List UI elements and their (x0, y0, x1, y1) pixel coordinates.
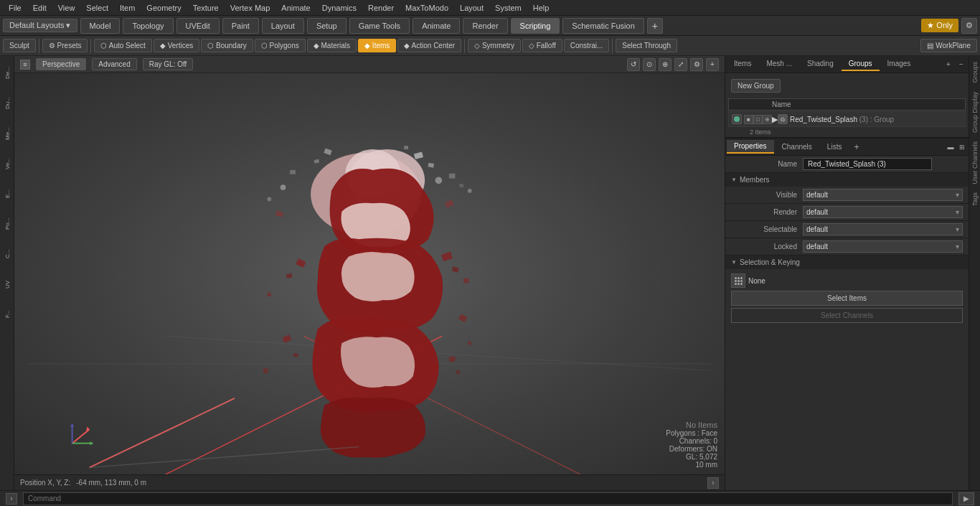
group-ctrl-2[interactable]: □ (753, 115, 763, 124)
group-visibility-toggle[interactable] (732, 114, 742, 124)
sidebar-item-ve[interactable]: Ve... (1, 149, 13, 178)
layout-tab-setup[interactable]: Setup (307, 18, 347, 34)
layout-tab-uvedit[interactable]: UVEdit (176, 18, 220, 34)
prop-tab-channels[interactable]: Channels (775, 141, 819, 153)
viewport-tab-advanced[interactable]: Advanced (92, 58, 136, 70)
group-item-row[interactable]: ■ □ ⊕ ▶ G Red_Twisted_Splash (3) : Group (728, 111, 966, 127)
sidebar-item-de[interactable]: De... (1, 59, 13, 88)
prop-panel-maximize[interactable]: ⊞ (957, 142, 967, 152)
viewport-menu-btn[interactable]: ≡ (20, 60, 30, 70)
panel-tab-mesh[interactable]: Mesh ... (759, 57, 799, 71)
sidebar-item-c[interactable]: C... (1, 240, 13, 268)
presets-button[interactable]: ⚙ Presets (42, 39, 88, 52)
right-vtab-groups[interactable]: Groups (970, 57, 980, 88)
viewport-icon-reset[interactable]: ⊙ (643, 58, 656, 71)
vertices-button[interactable]: ◆ Vertices (154, 39, 199, 52)
right-vtab-groupdisplay[interactable]: Group Display (970, 88, 980, 137)
panel-expand-icon[interactable]: + (943, 59, 954, 70)
prop-tab-lists[interactable]: Lists (820, 141, 849, 153)
layout-tab-scripting[interactable]: Scripting (511, 18, 560, 34)
panel-tab-images[interactable]: Images (880, 57, 918, 71)
select-items-button[interactable]: Select Items (731, 291, 963, 306)
menu-file[interactable]: File (3, 2, 27, 14)
menu-view[interactable]: View (52, 2, 81, 14)
menu-select[interactable]: Select (80, 2, 114, 14)
selectable-select[interactable]: default ▾ (803, 223, 963, 235)
layout-tab-gametools[interactable]: Game Tools (349, 18, 410, 34)
prop-panel-minimize[interactable]: ▬ (946, 142, 956, 152)
bottom-expand-btn[interactable]: › (6, 493, 17, 505)
menu-animate[interactable]: Animate (275, 2, 316, 14)
viewport-tab-perspective[interactable]: Perspective (36, 58, 86, 70)
group-ctrl-1[interactable]: ■ (744, 115, 753, 124)
sidebar-item-me[interactable]: Me... (1, 119, 13, 148)
viewport-icon-rotate[interactable]: ↺ (627, 58, 640, 71)
visible-select[interactable]: default ▾ (803, 189, 963, 201)
layout-tab-schematic[interactable]: Schematic Fusion (562, 18, 644, 34)
sidebar-item-du[interactable]: Du... (1, 89, 13, 118)
group-ctrl-3[interactable]: ⊕ (763, 115, 772, 124)
boundary-button[interactable]: ⬡ Boundary (201, 39, 253, 52)
layout-tab-render[interactable]: Render (463, 18, 507, 34)
members-section-header[interactable]: ▼ Members (725, 173, 969, 187)
falloff-button[interactable]: ◇ Falloff (522, 39, 562, 52)
menu-texture[interactable]: Texture (187, 2, 225, 14)
menu-geometry[interactable]: Geometry (141, 2, 187, 14)
sidebar-item-uv[interactable]: UV (1, 270, 13, 299)
menu-render[interactable]: Render (362, 2, 400, 14)
auto-select-button[interactable]: ⬡ Auto Select (94, 39, 151, 52)
sidebar-item-po[interactable]: Po... (1, 210, 13, 238)
render-select[interactable]: default ▾ (803, 206, 963, 218)
selection-keying-header[interactable]: ▼ Selection & Keying (725, 256, 969, 269)
symmetry-button[interactable]: ◇ Symmetry (468, 39, 521, 52)
viewport-expand-btn[interactable]: › (707, 477, 719, 489)
prop-tab-properties[interactable]: Properties (727, 140, 774, 154)
layout-tab-paint[interactable]: Paint (222, 18, 259, 34)
items-button[interactable]: ◆ Items (358, 39, 396, 52)
menu-edit[interactable]: Edit (27, 2, 52, 14)
menu-item[interactable]: Item (114, 2, 141, 14)
polygons-button[interactable]: ⬡ Polygons (255, 39, 306, 52)
menu-vertex-map[interactable]: Vertex Map (225, 2, 276, 14)
menu-maxtomodo[interactable]: MaxToModo (400, 2, 454, 14)
layout-add-button[interactable]: + (647, 18, 663, 34)
panel-tab-shading[interactable]: Shading (800, 57, 841, 71)
viewport-tab-raygl[interactable]: Ray GL: Off (143, 58, 194, 70)
prop-tab-add[interactable]: + (849, 141, 863, 154)
group-expand-arrow[interactable]: ▶ (772, 115, 776, 124)
menu-help[interactable]: Help (527, 2, 555, 14)
sidebar-item-e[interactable]: E... (1, 179, 13, 208)
viewport-icon-maximize[interactable]: + (706, 58, 719, 71)
menu-dynamics[interactable]: Dynamics (316, 2, 362, 14)
layout-settings-button[interactable]: ⚙ (961, 18, 977, 34)
panel-tab-items[interactable]: Items (727, 57, 758, 71)
right-vtab-tags[interactable]: Tags (970, 188, 980, 210)
viewport-icon-fit[interactable]: ⤢ (674, 58, 687, 71)
select-channels-button[interactable]: Select Channels (731, 308, 963, 323)
panel-tab-groups[interactable]: Groups (842, 57, 880, 71)
menu-layout[interactable]: Layout (454, 2, 489, 14)
sidebar-item-f[interactable]: F... (1, 300, 13, 329)
layout-dropdown[interactable]: Default Layouts ▾ (3, 19, 77, 32)
layout-tab-model[interactable]: Model (80, 18, 121, 34)
action-center-button[interactable]: ◆ Action Center (397, 39, 461, 52)
locked-select[interactable]: default ▾ (803, 240, 963, 253)
name-input[interactable] (803, 158, 932, 170)
workplane-button[interactable]: ▤ WorkPlane (920, 39, 977, 52)
constraints-button[interactable]: Constrai... (564, 39, 610, 52)
right-vtab-userchannels[interactable]: User Channels (970, 137, 980, 189)
command-input[interactable] (23, 492, 953, 505)
select-through-button[interactable]: Select Through (616, 39, 677, 52)
layout-tab-animate[interactable]: Animate (413, 18, 460, 34)
menu-system[interactable]: System (489, 2, 527, 14)
layout-tab-topology[interactable]: Topology (123, 18, 173, 34)
sculpt-button[interactable]: Sculpt (3, 39, 36, 52)
layout-tab-layout[interactable]: Layout (262, 18, 304, 34)
viewport-icon-zoom[interactable]: ⊕ (659, 58, 672, 71)
panel-collapse-icon[interactable]: − (956, 59, 967, 70)
materials-button[interactable]: ◆ Materials (307, 39, 357, 52)
viewport-icon-settings[interactable]: ⚙ (690, 58, 703, 71)
star-only-button[interactable]: ★ Only (921, 19, 958, 32)
command-run-button[interactable]: ▶ (958, 492, 974, 505)
new-group-button[interactable]: New Group (731, 79, 781, 93)
